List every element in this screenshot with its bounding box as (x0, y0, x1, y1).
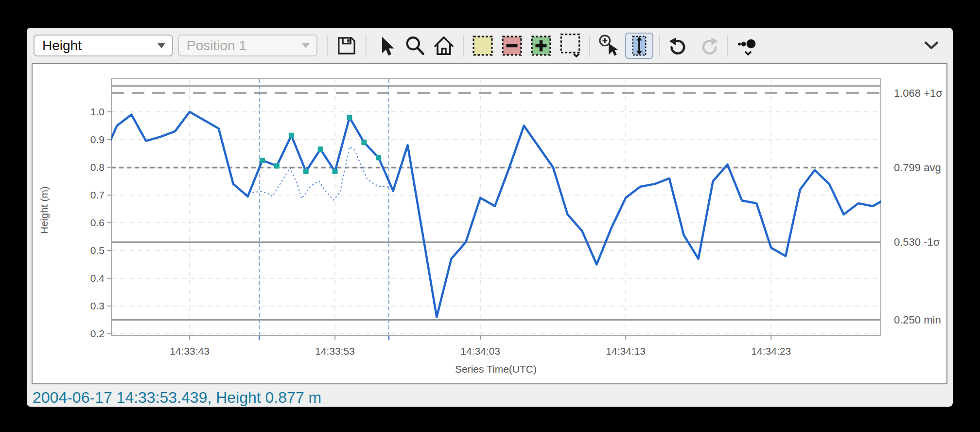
series-dropdown-value: Height (42, 38, 82, 54)
data-point-marker (289, 133, 294, 138)
zoom-plus-cursor-icon (597, 34, 621, 57)
y-tick-label: 0.7 (90, 189, 105, 200)
position-dropdown-value: Position 1 (187, 38, 246, 54)
y-tick-label: 0.6 (90, 217, 105, 228)
y-axis-title: Height (m) (38, 186, 50, 234)
dots-size-icon (735, 34, 759, 57)
toolbar-separator (463, 35, 464, 56)
save-icon (336, 36, 357, 56)
x-tick-label: 14:33:53 (315, 345, 355, 357)
data-point-marker (260, 158, 265, 163)
home-button[interactable] (431, 33, 457, 59)
fit-vertical-icon (629, 34, 649, 57)
data-point-marker (303, 169, 309, 174)
toolbar-separator (366, 35, 367, 56)
undo-button[interactable] (666, 33, 692, 59)
selection-box-empty-icon (559, 33, 581, 58)
selection-box-yellow-icon (472, 35, 494, 57)
status-text: 2004-06-17 14:33:53.439, Height 0.877 m (33, 389, 321, 406)
reference-line-label: 1.068 +1σ (894, 87, 943, 99)
redo-button[interactable] (695, 33, 721, 59)
cursor-arrow-icon (375, 36, 396, 56)
data-point-marker (347, 115, 352, 120)
y-tick-label: 0.4 (90, 272, 105, 284)
data-point-marker (332, 169, 338, 174)
data-point-marker (361, 140, 367, 145)
toolbar-separator (727, 35, 728, 56)
selection-box-plus-icon (530, 35, 552, 57)
toolbar-separator (327, 35, 328, 56)
point-decimation-button[interactable] (734, 33, 760, 59)
chart-panel[interactable]: 1.068 +1σ0.799 avg0.530 -1σ0.250 min1.00… (32, 63, 947, 384)
reference-line-label: 0.530 -1σ (894, 236, 940, 248)
reference-line-label: 0.799 avg (894, 162, 941, 174)
y-tick-label: 0.9 (90, 134, 105, 145)
y-tick-label: 0.5 (90, 245, 105, 256)
y-tick-label: 1.0 (90, 106, 105, 117)
x-tick-label: 14:33:43 (170, 345, 210, 357)
data-point-marker (376, 155, 381, 160)
fit-vertical-button[interactable] (625, 33, 653, 59)
zoom-in-drag-button[interactable] (596, 33, 622, 59)
reference-line-label: 0.250 min (894, 314, 941, 326)
position-dropdown[interactable]: Position 1 (178, 35, 317, 56)
chevron-down-icon (302, 43, 310, 48)
pointer-select-button[interactable] (372, 33, 399, 59)
y-tick-label: 0.3 (90, 300, 105, 311)
undo-icon (668, 35, 690, 56)
plot-border (111, 79, 881, 336)
zoom-button[interactable] (402, 33, 428, 59)
redo-icon (697, 35, 719, 56)
save-button[interactable] (333, 33, 360, 59)
data-point-marker (274, 163, 280, 169)
x-tick-label: 14:34:03 (460, 345, 500, 357)
magnifier-icon (404, 35, 425, 56)
x-axis-title: Series Time(UTC) (455, 363, 537, 375)
main-series-line (103, 112, 888, 317)
toolbar-separator (659, 35, 660, 56)
region-clear-button[interactable] (557, 33, 583, 59)
chevron-down-icon (158, 43, 165, 48)
series-dropdown[interactable]: Height (34, 35, 173, 56)
chart-canvas[interactable]: 1.068 +1σ0.799 avg0.530 -1σ0.250 min1.00… (33, 64, 946, 383)
x-tick-label: 14:34:23 (751, 345, 791, 357)
x-tick-label: 14:34:13 (606, 345, 646, 357)
app-window: Height Position 1 (27, 28, 953, 407)
status-bar: 2004-06-17 14:33:53.439, Height 0.877 m (33, 389, 321, 407)
region-add-button[interactable] (528, 33, 554, 59)
toolbar: Height Position 1 (27, 28, 953, 63)
y-tick-label: 0.2 (90, 328, 105, 339)
data-point-marker (318, 146, 323, 152)
collapse-toolbar-button[interactable] (918, 33, 945, 59)
home-icon (433, 35, 455, 57)
region-subtract-button[interactable] (499, 33, 525, 59)
chevron-down-icon (923, 40, 940, 52)
selection-box-minus-icon (501, 35, 523, 57)
toolbar-separator (589, 35, 590, 56)
region-highlight-button[interactable] (470, 33, 496, 59)
y-tick-label: 0.8 (90, 162, 105, 173)
